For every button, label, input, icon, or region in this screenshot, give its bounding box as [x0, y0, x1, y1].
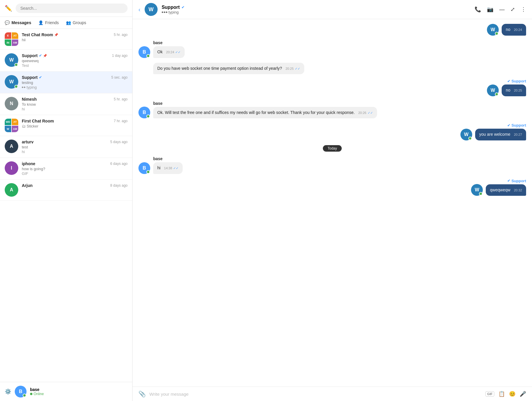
chat-avatar: W — [5, 53, 18, 67]
chat-list: EATINAM Test Chat Room📌 5 hr. ago hii W … — [0, 29, 132, 382]
message-content: no 20:24 — [502, 24, 526, 36]
message-bubble: hi 14:38 ✓✓ — [153, 162, 183, 174]
verified-icon: ✔ — [181, 5, 184, 9]
chat-name-row: Test Chat Room📌 5 hr. ago — [22, 32, 128, 37]
verified-icon: ✔ — [507, 79, 510, 83]
chat-item[interactable]: A arturv 5 days ago test hi — [0, 136, 132, 158]
chat-item[interactable]: WDATWAM First Chat Room 7 hr. ago 🗂 Stic… — [0, 115, 132, 136]
online-status-dot — [23, 394, 26, 397]
groups-icon: 👥 — [66, 20, 71, 25]
chat-info: arturv 5 days ago test hi — [22, 140, 128, 154]
chat-header-status: typing — [162, 10, 470, 14]
compose-button[interactable]: ✏️ — [5, 5, 12, 12]
chat-item[interactable]: A Arjun 8 days ago — [0, 180, 132, 200]
chat-info: Arjun 8 days ago — [22, 183, 128, 188]
message-input[interactable] — [149, 392, 482, 397]
chat-item[interactable]: I iphone 6 days ago how is going? GIF — [0, 158, 132, 180]
header-actions: 📞 📷 — ⤢ ⋮ — [475, 6, 526, 13]
attach-button[interactable]: 📎 — [138, 390, 146, 397]
video-call-button[interactable]: 📷 — [487, 6, 493, 13]
chat-info: iphone 6 days ago how is going? GIF — [22, 161, 128, 176]
message-row: ✔ Support no 20:25 W — [138, 79, 526, 96]
expand-button[interactable]: ⤢ — [510, 6, 515, 13]
chat-item[interactable]: N Nimesh 5 hr. ago To know hi — [0, 93, 132, 115]
message-bubble: qweqweqw 20:32 — [486, 184, 526, 196]
online-dot — [146, 54, 150, 58]
date-pill: Today — [323, 145, 342, 152]
message-bubble: Ok 20:24 ✓✓ — [153, 46, 185, 58]
minimize-button[interactable]: — — [499, 6, 505, 13]
message-content: base hi 14:38 ✓✓ — [153, 156, 183, 174]
chat-preview: qwewewq — [22, 59, 128, 63]
chat-item[interactable]: W Support✔📌 1 day ago qwewewq Test — [0, 50, 132, 72]
tab-messages[interactable]: 💬 Messages — [5, 19, 31, 26]
nav-tabs: 💬 Messages 👤 Friends 👥 Groups — [0, 17, 132, 29]
message-bubble: Do you have web socket one time payment … — [153, 63, 304, 74]
chat-name: First Chat Room — [22, 119, 54, 123]
chat-preview: how is going? — [22, 167, 128, 171]
chat-info: Support✔ 5 sec. ago testing typing — [22, 75, 128, 90]
gif-button[interactable]: GIF — [485, 391, 494, 397]
chat-time: 5 hr. ago — [114, 97, 128, 101]
sticker-button[interactable]: 📋 — [498, 391, 505, 397]
chat-name-row: Support✔📌 1 day ago — [22, 53, 128, 58]
chat-name: Support✔📌 — [22, 53, 47, 58]
input-actions: GIF 📋 😊 🎤 — [485, 391, 526, 397]
tab-groups[interactable]: 👥 Groups — [66, 19, 86, 26]
chat-item[interactable]: W Support✔ 5 sec. ago testing typing — [0, 72, 132, 93]
voice-call-button[interactable]: 📞 — [475, 6, 481, 13]
online-dot — [495, 32, 498, 35]
message-row: B base hi 14:38 ✓✓ — [138, 156, 526, 174]
chat-info: Nimesh 5 hr. ago To know hi — [22, 97, 128, 111]
chat-preview: To know — [22, 102, 128, 107]
settings-button[interactable]: ⚙️ — [5, 388, 11, 395]
sidebar-footer: ⚙️ B base Online — [0, 382, 132, 401]
message-time: 20:24 — [514, 28, 522, 32]
message-row: no 20:24 W — [138, 24, 526, 36]
message-content: base Ok. Will test the free one and if s… — [153, 101, 377, 119]
chat-name-row: Nimesh 5 hr. ago — [22, 97, 128, 102]
chat-item[interactable]: EATINAM Test Chat Room📌 5 hr. ago hii — [0, 29, 132, 50]
current-user-info: base Online — [30, 387, 128, 396]
tab-friends[interactable]: 👤 Friends — [38, 19, 59, 26]
chat-time: 5 days ago — [110, 140, 128, 144]
message-time: 20:24 — [166, 50, 174, 54]
message-avatar: B — [138, 107, 150, 118]
read-check: ✓✓ — [175, 50, 181, 54]
chat-name-row: Support✔ 5 sec. ago — [22, 75, 128, 80]
chat-name-row: iphone 6 days ago — [22, 161, 128, 166]
message-avatar: W — [460, 129, 472, 140]
message-avatar: W — [487, 24, 499, 36]
message-bubble: Ok. Will test the free one and if suffic… — [153, 107, 377, 119]
chat-avatar: I — [5, 161, 18, 175]
online-dot — [14, 85, 18, 88]
chat-time: 1 day ago — [112, 54, 128, 58]
pin-icon: 📌 — [54, 33, 58, 37]
search-input[interactable] — [16, 4, 128, 13]
chat-avatar: WDATWAM — [5, 119, 18, 132]
message-time: 20:32 — [514, 188, 522, 192]
chat-info: First Chat Room 7 hr. ago 🗂 Sticker — [22, 119, 128, 128]
message-row: B base Ok. Will test the free one and if… — [138, 101, 526, 119]
input-area: 📎 GIF 📋 😊 🎤 — [133, 387, 532, 401]
message-content: ✔ Support qweqweqw 20:32 — [486, 179, 526, 196]
messages-icon: 💬 — [5, 20, 10, 25]
voice-message-button[interactable]: 🎤 — [520, 391, 526, 397]
message-content: base Ok 20:24 ✓✓ — [153, 40, 185, 58]
emoji-button[interactable]: 😊 — [509, 391, 516, 397]
chat-info: Test Chat Room📌 5 hr. ago hii — [22, 32, 128, 42]
online-dot — [468, 137, 472, 140]
more-options-button[interactable]: ⋮ — [521, 6, 526, 13]
chat-name: Nimesh — [22, 97, 37, 102]
status-dot — [30, 393, 32, 395]
chat-time: 5 sec. ago — [111, 75, 128, 79]
chat-avatar: A — [5, 183, 18, 197]
chat-name: Arjun — [22, 183, 33, 188]
back-button[interactable]: ‹ — [138, 6, 141, 13]
message-time: 20:25 — [514, 89, 522, 92]
message-avatar: W — [471, 184, 483, 196]
message-time: 20:25 — [285, 67, 294, 70]
sidebar: ✏️ 💬 Messages 👤 Friends 👥 Groups EATINAM… — [0, 0, 133, 401]
message-avatar: B — [138, 162, 150, 174]
message-sender-label: ✔ Support — [502, 79, 526, 83]
